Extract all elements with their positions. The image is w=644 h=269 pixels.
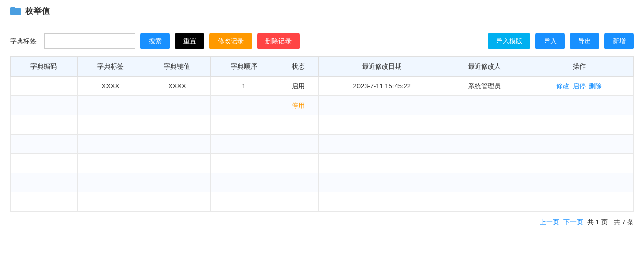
action-启停[interactable]: 启停: [573, 82, 586, 90]
pagination: 上一页 下一页 共 1 页 共 7 条: [0, 212, 644, 233]
cell-label: [77, 173, 144, 192]
cell-modifier: [445, 96, 524, 115]
table-row: XXXXXXXX1启用2023-7-11 15:45:22系统管理员修改启停删除: [11, 77, 634, 96]
cell-status: [277, 134, 319, 154]
page-info: 共 1 页 共 7 条: [587, 218, 634, 227]
cell-modify-date: [319, 96, 445, 115]
svg-rect-1: [10, 7, 15, 10]
cell-modify-date: [319, 192, 445, 212]
cell-modify-date: [319, 173, 445, 192]
records-unit: 条: [627, 218, 634, 226]
cell-modifier: [445, 154, 524, 173]
cell-status: 启用: [277, 77, 319, 96]
cell-keyvalue: [144, 154, 211, 173]
cell-modify-date: [319, 154, 445, 173]
main-table: 字典编码 字典标签 字典键值 字典顺序 状态 最近修改日期 最近修改人 操作 X…: [10, 56, 634, 212]
cell-modify-date: 2023-7-11 15:45:22: [319, 77, 445, 96]
cell-label: [77, 96, 144, 115]
table-row: [11, 154, 634, 173]
pages-unit: 页: [601, 218, 608, 226]
toolbar: 字典标签 搜索 重置 修改记录 删除记录 导入模版 导入 导出 新增: [0, 23, 644, 56]
action-删除[interactable]: 删除: [589, 82, 602, 90]
cell-code: [11, 96, 78, 115]
cell-code: [11, 115, 78, 134]
cell-label: [77, 154, 144, 173]
cell-keyvalue: [144, 192, 211, 212]
cell-actions: [524, 192, 634, 212]
cell-modifier: [445, 173, 524, 192]
table-header-row: 字典编码 字典标签 字典键值 字典顺序 状态 最近修改日期 最近修改人 操作: [11, 57, 634, 77]
cell-code: [11, 192, 78, 212]
prev-page[interactable]: 上一页: [540, 218, 559, 227]
search-button[interactable]: 搜索: [140, 33, 170, 49]
import-template-button[interactable]: 导入模版: [488, 33, 530, 49]
cell-order: [210, 96, 277, 115]
cell-actions: [524, 96, 634, 115]
import-button[interactable]: 导入: [535, 33, 565, 49]
cell-order: [210, 154, 277, 173]
table-container: 字典编码 字典标签 字典键值 字典顺序 状态 最近修改日期 最近修改人 操作 X…: [0, 56, 644, 212]
cell-keyvalue: [144, 115, 211, 134]
cell-label: [77, 115, 144, 134]
cell-modify-date: [319, 134, 445, 154]
cell-actions: [524, 173, 634, 192]
search-input[interactable]: [44, 33, 135, 49]
table-row: [11, 115, 634, 134]
delete-record-button[interactable]: 删除记录: [257, 33, 300, 49]
edit-record-button[interactable]: 修改记录: [209, 33, 252, 49]
pages-value: 1: [596, 218, 599, 226]
col-header-modifier: 最近修改人: [445, 57, 524, 77]
cell-modifier: [445, 134, 524, 154]
cell-status: 停用: [277, 96, 319, 115]
col-header-keyvalue: 字典键值: [144, 57, 211, 77]
page-title: 枚举值: [25, 6, 50, 17]
page-header: 枚举值: [0, 0, 644, 23]
cell-code: [11, 77, 78, 96]
col-header-modify-date: 最近修改日期: [319, 57, 445, 77]
cell-keyvalue: [144, 134, 211, 154]
table-row: [11, 173, 634, 192]
cell-label: [77, 134, 144, 154]
col-header-code: 字典编码: [11, 57, 78, 77]
cell-keyvalue: XXXX: [144, 77, 211, 96]
cell-actions: [524, 115, 634, 134]
cell-keyvalue: [144, 96, 211, 115]
cell-order: [210, 173, 277, 192]
cell-order: [210, 192, 277, 212]
pages-label-prefix: 共: [587, 218, 594, 226]
cell-code: [11, 154, 78, 173]
col-header-status: 状态: [277, 57, 319, 77]
cell-label: [77, 192, 144, 212]
table-row: 停用: [11, 96, 634, 115]
col-header-label: 字典标签: [77, 57, 144, 77]
cell-order: 1: [210, 77, 277, 96]
table-row: [11, 192, 634, 212]
table-row: [11, 134, 634, 154]
next-page[interactable]: 下一页: [563, 218, 583, 227]
reset-button[interactable]: 重置: [175, 33, 204, 49]
cell-keyvalue: [144, 173, 211, 192]
records-label-prefix: 共: [614, 218, 620, 226]
cell-modifier: [445, 192, 524, 212]
label-zidian-biaoqian: 字典标签: [10, 37, 37, 46]
cell-status: [277, 154, 319, 173]
cell-actions: [524, 134, 634, 154]
cell-actions: 修改启停删除: [524, 77, 634, 96]
cell-code: [11, 173, 78, 192]
cell-code: [11, 134, 78, 154]
cell-actions: [524, 154, 634, 173]
cell-status: [277, 115, 319, 134]
action-修改[interactable]: 修改: [556, 82, 569, 90]
add-new-button[interactable]: 新增: [604, 33, 634, 49]
records-value: 7: [622, 218, 625, 226]
cell-modify-date: [319, 115, 445, 134]
cell-modifier: [445, 115, 524, 134]
cell-order: [210, 115, 277, 134]
cell-status: [277, 192, 319, 212]
col-header-order: 字典顺序: [210, 57, 277, 77]
col-header-actions: 操作: [524, 57, 634, 77]
export-button[interactable]: 导出: [570, 33, 599, 49]
cell-modifier: 系统管理员: [445, 77, 524, 96]
cell-status: [277, 173, 319, 192]
cell-label: XXXX: [77, 77, 144, 96]
